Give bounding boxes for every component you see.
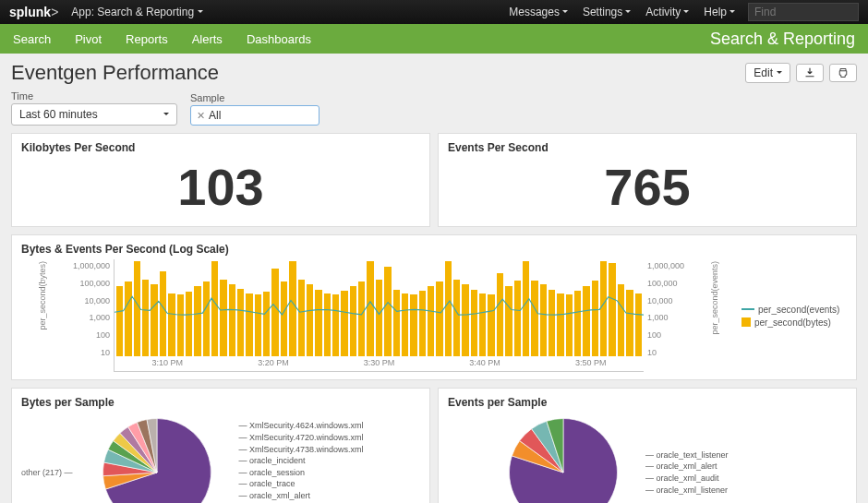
y-left-label: per_second(bytes) — [38, 261, 47, 330]
app-picker-label: App: Search & Reporting — [71, 6, 194, 18]
panel-eps-title: Events Per Second — [448, 141, 847, 154]
clear-token-icon[interactable]: ✕ — [197, 110, 205, 122]
bytes-pie-chart[interactable] — [78, 413, 235, 503]
time-picker-value: Last 60 minutes — [19, 108, 98, 121]
chevron-down-icon — [163, 108, 169, 121]
y-axis-right: per_second(events) — [690, 259, 736, 372]
app-title: Search & Reporting — [710, 30, 855, 49]
greenbar: Search Pivot Reports Alerts Dashboards S… — [0, 24, 868, 54]
panel-timechart: Bytes & Events Per Second (Log Scale) pe… — [11, 234, 857, 380]
tab-reports[interactable]: Reports — [126, 32, 168, 46]
timechart-legend: per_second(events) per_second(bytes) — [736, 259, 847, 372]
panel-kbps-value: 103 — [21, 158, 420, 219]
tab-dashboards[interactable]: Dashboards — [247, 32, 311, 46]
y-ticks-right: 1,000,000100,00010,0001,00010010 — [644, 259, 690, 372]
x-axis: 3:10 PM3:20 PM3:30 PM3:40 PM3:50 PM — [115, 358, 644, 371]
panel-eps: Events Per Second 765 — [438, 133, 857, 227]
time-picker[interactable]: Last 60 minutes — [11, 103, 177, 126]
sample-token-value: All — [209, 109, 221, 122]
y-axis-left: per_second(bytes) — [21, 259, 67, 372]
tab-alerts[interactable]: Alerts — [192, 32, 223, 46]
chevron-down-icon — [777, 66, 782, 79]
print-icon — [838, 67, 849, 78]
bytes-pie-labels: — XmlSecurity.4624.windows.xml— XmlSecur… — [235, 420, 420, 503]
tab-search[interactable]: Search — [13, 32, 51, 46]
panel-timechart-title: Bytes & Events Per Second (Log Scale) — [21, 243, 847, 256]
export-button[interactable] — [796, 64, 824, 82]
page-title: Eventgen Performance — [11, 61, 219, 85]
chevron-down-icon — [683, 6, 689, 18]
chevron-down-icon — [729, 6, 735, 18]
print-button[interactable] — [829, 64, 857, 82]
events-pie-labels: — oracle_text_listener— oracle_xml_alert… — [642, 449, 847, 496]
edit-button[interactable]: Edit — [745, 63, 790, 83]
sample-label: Sample — [190, 92, 319, 103]
tab-pivot[interactable]: Pivot — [75, 32, 102, 46]
panel-bytes-pie: Bytes per Sample other (217) — — XmlSecu… — [11, 388, 430, 503]
nav-settings[interactable]: Settings — [583, 6, 631, 18]
panel-events-pie: Events per Sample — oracle_text_listener… — [438, 388, 857, 503]
panel-bytes-pie-title: Bytes per Sample — [21, 396, 420, 409]
sample-input[interactable]: ✕ All — [190, 105, 319, 126]
panel-events-pie-title: Events per Sample — [448, 396, 847, 409]
y-ticks-left: 1,000,000100,00010,0001,00010010 — [67, 259, 114, 372]
bytes-pie-other-label: other (217) — — [21, 468, 78, 477]
app-picker[interactable]: App: Search & Reporting — [71, 6, 203, 18]
topbar: splunk> App: Search & Reporting Messages… — [0, 0, 868, 24]
nav-messages[interactable]: Messages — [509, 6, 568, 18]
y-right-label: per_second(events) — [710, 261, 719, 335]
swatch-events — [741, 308, 754, 310]
nav-help[interactable]: Help — [704, 6, 735, 18]
panel-kbps: Kilobytes Per Second 103 — [11, 133, 430, 227]
nav-activity[interactable]: Activity — [645, 6, 689, 18]
chevron-down-icon — [198, 6, 203, 18]
chevron-down-icon — [625, 6, 631, 18]
panel-eps-value: 765 — [448, 158, 847, 219]
swatch-bytes — [741, 317, 751, 327]
chevron-down-icon — [562, 6, 568, 18]
panel-kbps-title: Kilobytes Per Second — [21, 141, 420, 154]
find-container — [748, 3, 859, 21]
find-input[interactable] — [748, 3, 859, 21]
timechart-plot[interactable]: 3:10 PM3:20 PM3:30 PM3:40 PM3:50 PM — [114, 259, 644, 372]
events-pie-chart[interactable] — [485, 413, 642, 503]
time-label: Time — [11, 90, 177, 102]
download-icon — [804, 67, 815, 78]
splunk-logo: splunk> — [9, 5, 58, 19]
page-header: Eventgen Performance Edit Time Last 60 m… — [0, 54, 868, 133]
